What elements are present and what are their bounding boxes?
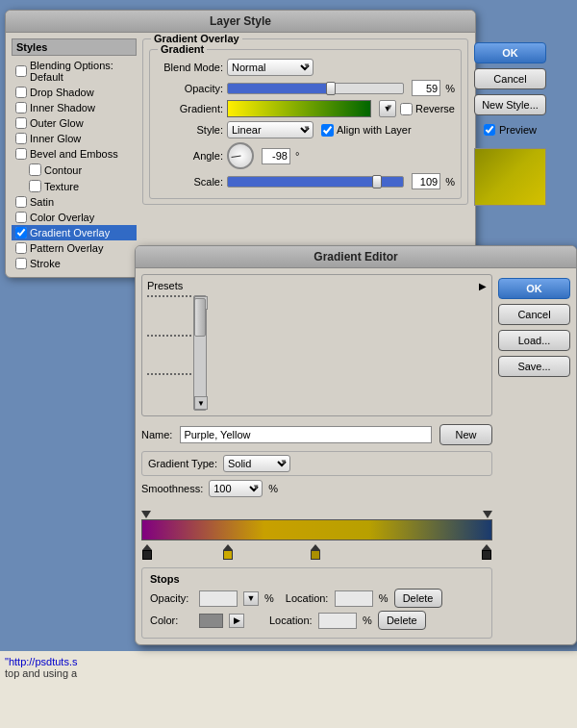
preset-35[interactable] xyxy=(186,373,188,375)
style-select[interactable]: Linear Radial Angle Reflected Diamond xyxy=(227,121,314,138)
preset-18[interactable] xyxy=(166,335,168,337)
preview-checkbox[interactable] xyxy=(484,124,495,136)
preset-26[interactable] xyxy=(151,373,153,375)
stops-opacity-location-input[interactable] xyxy=(335,590,373,607)
preset-21[interactable] xyxy=(178,335,180,337)
new-style-button[interactable]: New Style... xyxy=(474,94,546,115)
smoothness-select[interactable]: 100 xyxy=(209,480,263,497)
preset-34[interactable] xyxy=(182,373,184,375)
preset-23[interactable] xyxy=(186,335,188,337)
blend-mode-select[interactable]: Normal Multiply Screen xyxy=(227,59,314,76)
scale-input[interactable] xyxy=(412,173,440,189)
scroll-down-icon[interactable]: ▼ xyxy=(194,396,208,410)
inner-shadow-checkbox[interactable] xyxy=(15,102,27,113)
sidebar-item-outer-glow[interactable]: Outer Glow xyxy=(12,115,137,131)
preset-8[interactable] xyxy=(174,295,176,297)
gradient-save-button[interactable]: Save... xyxy=(498,356,570,377)
preset-20[interactable] xyxy=(174,335,176,337)
color-stop-50[interactable] xyxy=(310,544,321,560)
sidebar-item-color-overlay[interactable]: Color Overlay xyxy=(12,210,137,225)
preset-31[interactable] xyxy=(170,373,172,375)
angle-input[interactable] xyxy=(262,148,290,164)
opacity-input[interactable] xyxy=(412,80,440,96)
scroll-thumb[interactable] xyxy=(194,298,206,337)
preset-14[interactable] xyxy=(151,335,153,337)
preset-36[interactable] xyxy=(189,373,191,375)
pattern-overlay-checkbox[interactable] xyxy=(15,242,27,254)
preset-30[interactable] xyxy=(166,373,168,375)
preset-16[interactable] xyxy=(159,335,161,337)
preset-25[interactable] xyxy=(147,373,149,375)
preset-29[interactable] xyxy=(163,373,164,375)
bevel-emboss-checkbox[interactable] xyxy=(15,148,27,160)
preset-27[interactable] xyxy=(155,373,157,375)
stops-color-preview[interactable] xyxy=(199,614,223,628)
gradient-cancel-button[interactable]: Cancel xyxy=(498,304,570,325)
preset-15[interactable] xyxy=(155,335,157,337)
stops-color-location-input[interactable] xyxy=(318,613,357,629)
preset-9[interactable] xyxy=(178,295,180,297)
sidebar-item-bevel-emboss[interactable]: Bevel and Emboss xyxy=(12,146,137,162)
preset-13[interactable] xyxy=(147,335,149,337)
satin-checkbox[interactable] xyxy=(15,196,27,208)
top-stop-left[interactable] xyxy=(141,511,151,518)
stops-color-delete-button[interactable]: Delete xyxy=(378,611,426,630)
sidebar-item-inner-shadow[interactable]: Inner Shadow xyxy=(12,100,137,115)
preset-6[interactable] xyxy=(166,295,168,297)
preset-11[interactable] xyxy=(186,295,188,297)
sidebar-item-blending-options[interactable]: Blending Options: Default xyxy=(12,58,137,85)
gradient-swatch[interactable] xyxy=(227,100,371,117)
presets-arrow-icon[interactable]: ▶ xyxy=(479,281,487,291)
preset-33[interactable] xyxy=(178,373,180,375)
preset-4[interactable] xyxy=(159,295,161,297)
sidebar-item-pattern-overlay[interactable]: Pattern Overlay xyxy=(12,240,137,256)
gradient-load-button[interactable]: Load... xyxy=(498,330,570,351)
stops-opacity-arrow[interactable]: ▼ xyxy=(243,591,259,606)
preset-12[interactable] xyxy=(189,295,191,297)
sidebar-item-contour[interactable]: Contour xyxy=(12,162,137,178)
preset-32[interactable] xyxy=(174,373,176,375)
sidebar-item-gradient-overlay[interactable]: Gradient Overlay xyxy=(12,225,137,240)
ok-button[interactable]: OK xyxy=(474,42,546,63)
color-stop-100[interactable] xyxy=(481,544,492,560)
gradient-ok-button[interactable]: OK xyxy=(498,278,570,299)
gradient-dropdown-arrow[interactable]: ▼ xyxy=(379,100,396,117)
name-input[interactable] xyxy=(180,426,432,443)
presets-scrollbar[interactable]: ▲ ▼ xyxy=(193,295,207,411)
color-overlay-checkbox[interactable] xyxy=(15,212,27,223)
opacity-slider[interactable] xyxy=(227,83,404,94)
new-gradient-button[interactable]: New xyxy=(439,424,492,445)
preset-2[interactable] xyxy=(151,295,153,297)
sidebar-item-stroke[interactable]: Stroke xyxy=(12,256,137,271)
cancel-button[interactable]: Cancel xyxy=(474,68,546,89)
scale-slider[interactable] xyxy=(227,176,404,188)
sidebar-item-satin[interactable]: Satin xyxy=(12,194,137,210)
sidebar-item-inner-glow[interactable]: Inner Glow xyxy=(12,131,137,146)
color-stop-25[interactable] xyxy=(222,544,234,560)
texture-checkbox[interactable] xyxy=(29,180,41,192)
preset-17[interactable] xyxy=(163,335,164,337)
color-stop-0[interactable] xyxy=(141,544,153,560)
reverse-checkbox[interactable] xyxy=(400,103,413,115)
preset-10[interactable] xyxy=(182,295,184,297)
preset-19[interactable] xyxy=(170,335,172,337)
contour-checkbox[interactable] xyxy=(29,163,41,176)
align-checkbox[interactable] xyxy=(321,124,334,137)
top-stop-right[interactable] xyxy=(483,511,492,518)
gradient-overlay-checkbox[interactable] xyxy=(15,227,27,238)
outer-glow-checkbox[interactable] xyxy=(15,117,27,129)
drop-shadow-checkbox[interactable] xyxy=(15,87,27,98)
sidebar-item-texture[interactable]: Texture xyxy=(12,178,137,194)
blending-options-checkbox[interactable] xyxy=(15,65,27,77)
stops-opacity-input[interactable] xyxy=(199,590,238,607)
inner-glow-checkbox[interactable] xyxy=(15,133,27,144)
preset-1[interactable] xyxy=(147,295,149,297)
stops-opacity-delete-button[interactable]: Delete xyxy=(394,589,442,608)
angle-dial[interactable] xyxy=(227,142,254,169)
sidebar-item-drop-shadow[interactable]: Drop Shadow xyxy=(12,85,137,100)
preset-5[interactable] xyxy=(163,295,164,297)
stroke-checkbox[interactable] xyxy=(15,258,27,269)
preset-24[interactable] xyxy=(189,335,191,337)
preset-7[interactable] xyxy=(170,295,172,297)
gradient-type-select[interactable]: Solid Noise xyxy=(223,455,290,472)
